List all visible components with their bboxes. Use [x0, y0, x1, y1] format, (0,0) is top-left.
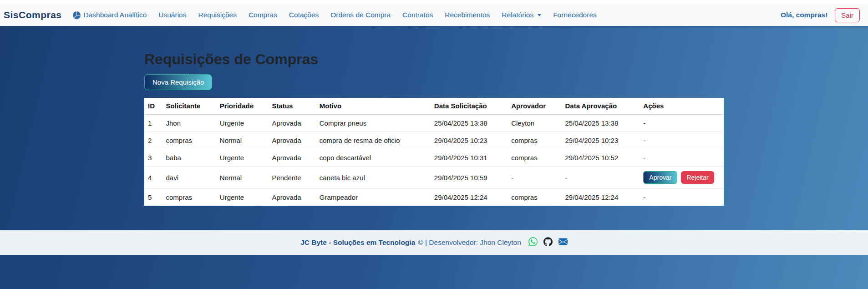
requisitions-table: ID Solicitante Prioridade Status Motivo … — [144, 98, 724, 206]
cell-motivo: compra de resma de oficio — [316, 132, 431, 149]
cell-acoes: - — [640, 149, 724, 167]
browser-top-strip — [0, 0, 868, 4]
cell-status: Aprovada — [268, 149, 315, 167]
cell-status: Aprovada — [268, 132, 315, 149]
cell-data-aprovacao: 29/04/2025 10:23 — [562, 132, 640, 149]
nav-item-label: Ordens de Compra — [330, 11, 391, 19]
nav-item-dashboard-analitico[interactable]: Dashboard Analítico — [73, 11, 147, 19]
cell-id: 5 — [144, 189, 162, 206]
github-icon — [543, 237, 553, 248]
table-row: 3 baba Urgente Aprovada copo descartável… — [144, 149, 724, 167]
requisitions-table-card: ID Solicitante Prioridade Status Motivo … — [144, 98, 724, 206]
nav-item-label: Cotações — [289, 11, 319, 19]
table-header-row: ID Solicitante Prioridade Status Motivo … — [144, 98, 724, 115]
column-header-motivo: Motivo — [316, 98, 431, 115]
approve-button[interactable]: Aprovar — [643, 171, 677, 184]
cell-data-aprovacao: - — [562, 167, 640, 189]
nav-item-requisicoes[interactable]: Requisições — [198, 11, 236, 19]
column-header-acoes: Ações — [640, 98, 724, 115]
cell-solicitante: baba — [162, 149, 216, 167]
table-row: 2 compras Normal Aprovada compra de resm… — [144, 132, 724, 149]
cell-data-aprovacao: 29/04/2025 12:24 — [562, 189, 640, 206]
cell-data-solicitacao: 29/04/2025 10:23 — [431, 132, 508, 149]
cell-id: 1 — [144, 115, 162, 132]
whatsapp-link[interactable] — [528, 237, 538, 248]
nav-item-relatorios[interactable]: Relatórios — [502, 11, 541, 19]
column-header-prioridade: Prioridade — [216, 98, 269, 115]
no-actions-dash: - — [643, 154, 645, 162]
cell-acoes: - — [640, 189, 724, 206]
table-row: 1 Jhon Urgente Aprovada Comprar pneus 25… — [144, 115, 724, 132]
nav-item-label: Requisições — [198, 11, 236, 19]
cell-data-solicitacao: 29/04/2025 10:59 — [431, 167, 508, 189]
requisitions-tbody: 1 Jhon Urgente Aprovada Comprar pneus 25… — [144, 115, 724, 206]
brand-link[interactable]: SisCompras — [4, 10, 62, 20]
github-link[interactable] — [543, 237, 553, 248]
new-requisition-button[interactable]: Nova Requisição — [144, 74, 212, 90]
cell-data-solicitacao: 29/04/2025 10:31 — [431, 149, 508, 167]
nav-item-label: Compras — [249, 11, 277, 19]
no-actions-dash: - — [643, 193, 645, 201]
nav-item-label: Contratos — [402, 11, 433, 19]
nav-item-label: Usuários — [158, 11, 186, 19]
caret-down-icon — [538, 14, 541, 16]
nav-item-fornecedores[interactable]: Fornecedores — [553, 11, 597, 19]
cell-data-aprovacao: 29/04/2025 10:52 — [562, 149, 640, 167]
table-row: 5 compras Urgente Aprovada Grampeador 29… — [144, 189, 724, 206]
bottom-strip — [0, 255, 868, 289]
column-header-status: Status — [268, 98, 315, 115]
user-greeting: Olá, compras! — [781, 11, 827, 19]
pie-chart-icon — [73, 11, 81, 19]
no-actions-dash: - — [643, 137, 645, 144]
nav-item-recebimentos[interactable]: Recebimentos — [445, 11, 490, 19]
cell-motivo: copo descartável — [316, 149, 431, 167]
whatsapp-icon — [528, 237, 538, 248]
nav-item-compras[interactable]: Compras — [249, 11, 277, 19]
cell-prioridade: Urgente — [216, 115, 269, 132]
cell-prioridade: Urgente — [216, 149, 269, 167]
nav-links: Dashboard Analítico Usuários Requisições… — [73, 11, 597, 19]
nav-item-label: Relatórios — [502, 11, 533, 19]
footer: JC Byte - Soluções em Tecnologia © | Des… — [0, 230, 868, 255]
actions-group: Aprovar Rejeitar — [643, 171, 714, 184]
cell-aprovador: - — [508, 167, 561, 189]
nav-item-label: Dashboard Analítico — [84, 11, 147, 19]
column-header-solicitante: Solicitante — [162, 98, 216, 115]
cell-data-aprovacao: 25/04/2025 13:38 — [562, 115, 640, 132]
page-title: Requisições de Compras — [144, 51, 724, 68]
cell-id: 4 — [144, 167, 162, 189]
mail-link[interactable] — [558, 237, 568, 248]
nav-item-contratos[interactable]: Contratos — [402, 11, 433, 19]
cell-solicitante: Jhon — [162, 115, 216, 132]
column-header-data-aprovacao: Data Aprovação — [562, 98, 640, 115]
footer-dev-text: © | Desenvolvedor: Jhon Cleyton — [418, 238, 521, 247]
main-content: Requisições de Compras Nova Requisição I… — [0, 26, 868, 230]
navbar: SisCompras Dashboard Analítico Usuários … — [0, 4, 868, 26]
cell-aprovador: compras — [508, 189, 561, 206]
logout-button[interactable]: Sair — [835, 8, 860, 22]
cell-solicitante: compras — [162, 132, 216, 149]
cell-aprovador: compras — [508, 132, 561, 149]
footer-icons — [528, 237, 568, 248]
cell-data-solicitacao: 29/04/2025 12:24 — [431, 189, 508, 206]
nav-item-usuarios[interactable]: Usuários — [158, 11, 186, 19]
reject-button[interactable]: Rejeitar — [681, 171, 714, 184]
cell-id: 2 — [144, 132, 162, 149]
column-header-id: ID — [144, 98, 162, 115]
nav-item-cotacoes[interactable]: Cotações — [289, 11, 319, 19]
cell-aprovador: Cleyton — [508, 115, 561, 132]
cell-status: Aprovada — [268, 189, 315, 206]
cell-prioridade: Normal — [216, 167, 269, 189]
cell-status: Pendente — [268, 167, 315, 189]
cell-prioridade: Normal — [216, 132, 269, 149]
cell-aprovador: compras — [508, 149, 561, 167]
no-actions-dash: - — [643, 119, 645, 127]
nav-item-ordens-de-compra[interactable]: Ordens de Compra — [330, 11, 391, 19]
cell-acoes: - — [640, 132, 724, 149]
cell-solicitante: compras — [162, 189, 216, 206]
column-header-data-solicitacao: Data Solicitação — [431, 98, 508, 115]
nav-item-label: Fornecedores — [553, 11, 597, 19]
cell-motivo: Grampeador — [316, 189, 431, 206]
cell-id: 3 — [144, 149, 162, 167]
mail-icon — [558, 237, 568, 248]
